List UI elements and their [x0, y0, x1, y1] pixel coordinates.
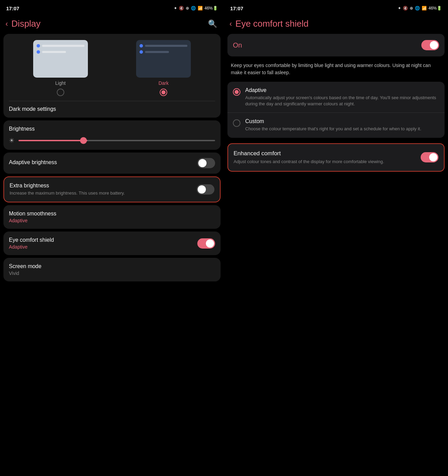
signal-icon: 📶	[198, 6, 203, 11]
bluetooth-icon: ✦	[174, 6, 177, 11]
search-icon[interactable]: 🔍	[208, 19, 217, 28]
extra-brightness-row[interactable]: Extra brightness Increase the maximum br…	[3, 176, 221, 202]
enhanced-comfort-text: Enhanced comfort Adjust colour tones and…	[234, 150, 417, 165]
extra-brightness-text: Extra brightness Increase the maximum br…	[10, 183, 193, 196]
brightness-slider-track[interactable]	[18, 140, 215, 141]
left-page-header: ‹ Display 🔍	[0, 15, 224, 34]
dark-theme-preview	[136, 40, 191, 78]
preview-dot	[140, 44, 143, 48]
nfc-icon: ⊕	[410, 6, 413, 11]
screen-mode-row[interactable]: Screen mode Vivid	[3, 258, 221, 281]
right-status-icons: ✦ 🔇 ⊕ 🌐 📶 46%🔋	[398, 6, 442, 11]
on-label: On	[233, 41, 242, 49]
right-page-header: ‹ Eye comfort shield	[224, 15, 448, 34]
custom-radio[interactable]	[233, 119, 240, 127]
dark-radio[interactable]	[160, 89, 167, 96]
light-theme-preview	[33, 40, 88, 78]
left-header-left: ‹ Display	[5, 18, 41, 29]
extra-brightness-toggle[interactable]	[197, 184, 214, 195]
motion-smoothness-row[interactable]: Motion smoothness Adaptive	[3, 205, 221, 229]
preview-dot	[37, 50, 40, 54]
eye-comfort-shield-sub: Adaptive	[9, 244, 54, 250]
left-time: 17:07	[6, 5, 19, 11]
toggle-knob	[198, 185, 206, 194]
brightness-card: Brightness ☀	[3, 120, 221, 150]
preview-row-2	[140, 50, 187, 54]
adaptive-brightness-title: Adaptive brightness	[9, 159, 193, 166]
preview-row-1	[37, 44, 84, 48]
right-phone-panel: 17:07 ✦ 🔇 ⊕ 🌐 📶 46%🔋 ‹ Eye comfort shiel…	[224, 0, 448, 476]
adaptive-option-title: Adaptive	[245, 87, 439, 93]
left-back-button[interactable]: ‹	[5, 19, 8, 28]
light-theme-option[interactable]: Light	[33, 40, 88, 96]
toggle-knob	[429, 153, 437, 161]
dark-mode-settings-label: Dark mode settings	[9, 106, 56, 112]
sun-icon: ☀	[9, 137, 14, 144]
preview-line	[145, 51, 169, 53]
right-back-button[interactable]: ‹	[229, 19, 232, 28]
brightness-label: Brightness	[9, 126, 215, 132]
left-content: Light D	[0, 34, 224, 476]
mute-icon: 🔇	[403, 6, 408, 11]
custom-option-row[interactable]: Custom Choose the colour temperature tha…	[227, 113, 445, 137]
preview-line	[42, 51, 66, 53]
battery-text: 46%🔋	[205, 6, 218, 11]
eye-comfort-shield-toggle[interactable]	[197, 238, 215, 249]
eye-comfort-description: Keep your eyes comfortable by limiting b…	[224, 59, 448, 82]
eye-comfort-shield-title: Eye comfort shield	[9, 237, 54, 243]
left-phone-panel: 17:07 ✦ 🔇 ⊕ 🌐 📶 46%🔋 ‹ Display 🔍	[0, 0, 224, 476]
custom-option-desc: Choose the colour temperature that's rig…	[245, 126, 439, 132]
light-radio[interactable]	[57, 89, 64, 96]
left-status-icons: ✦ 🔇 ⊕ 🌐 📶 46%🔋	[174, 6, 218, 11]
adaptive-radio[interactable]	[233, 88, 240, 96]
preview-line	[42, 45, 84, 47]
bluetooth-icon: ✦	[398, 6, 401, 11]
left-page-title: Display	[11, 18, 40, 29]
wifi-icon: 🌐	[191, 6, 196, 11]
adaptive-option-row[interactable]: Adaptive Automatically adjust your scree…	[227, 82, 445, 113]
toggle-knob	[206, 239, 214, 248]
right-page-title: Eye comfort shield	[235, 18, 308, 29]
options-card: Adaptive Automatically adjust your scree…	[227, 82, 445, 138]
toggle-knob	[430, 41, 438, 49]
right-time: 17:07	[230, 5, 243, 11]
toggle-knob	[198, 159, 207, 167]
custom-option-text: Custom Choose the colour temperature tha…	[245, 118, 439, 132]
dark-radio-inner	[161, 90, 166, 94]
wifi-icon: 🌐	[415, 6, 420, 11]
dark-theme-option[interactable]: Dark	[136, 40, 191, 96]
adaptive-option-desc: Automatically adjust your screen's colou…	[245, 95, 439, 107]
custom-option-title: Custom	[245, 118, 439, 124]
custom-radio-col	[233, 119, 240, 127]
preview-dot	[37, 44, 40, 48]
dark-mode-settings-row[interactable]: Dark mode settings	[9, 101, 215, 112]
preview-row-1	[140, 44, 187, 48]
extra-brightness-title: Extra brightness	[10, 183, 193, 189]
light-theme-label: Light	[55, 80, 66, 86]
adaptive-brightness-text: Adaptive brightness	[9, 159, 193, 167]
adaptive-brightness-row[interactable]: Adaptive brightness	[3, 153, 221, 174]
eye-comfort-on-toggle[interactable]	[421, 40, 439, 50]
eye-comfort-shield-row[interactable]: Eye comfort shield Adaptive	[3, 232, 221, 255]
right-status-bar: 17:07 ✦ 🔇 ⊕ 🌐 📶 46%🔋	[224, 0, 448, 15]
enhanced-comfort-desc: Adjust colour tones and contrast of the …	[234, 159, 417, 165]
dark-theme-label: Dark	[158, 80, 169, 86]
preview-row-2	[37, 50, 84, 54]
enhanced-comfort-card[interactable]: Enhanced comfort Adjust colour tones and…	[227, 143, 445, 172]
motion-smoothness-title: Motion smoothness	[9, 211, 215, 217]
extra-brightness-subtitle: Increase the maximum brightness. This us…	[10, 190, 193, 196]
enhanced-comfort-title: Enhanced comfort	[234, 150, 417, 157]
adaptive-option-text: Adaptive Automatically adjust your scree…	[245, 87, 439, 107]
battery-text: 46%🔋	[429, 6, 442, 11]
brightness-slider-row: ☀	[9, 137, 215, 144]
brightness-slider-thumb[interactable]	[80, 137, 87, 144]
preview-dot	[140, 50, 143, 54]
adaptive-radio-col	[233, 88, 240, 96]
mute-icon: 🔇	[179, 6, 184, 11]
eye-comfort-shield-text: Eye comfort shield Adaptive	[9, 237, 54, 250]
adaptive-brightness-toggle[interactable]	[197, 158, 215, 168]
enhanced-comfort-toggle[interactable]	[421, 152, 438, 162]
screen-mode-sub: Vivid	[9, 270, 215, 276]
on-toggle-row[interactable]: On	[227, 34, 445, 56]
enhanced-comfort-wrapper: Enhanced comfort Adjust colour tones and…	[224, 143, 448, 172]
